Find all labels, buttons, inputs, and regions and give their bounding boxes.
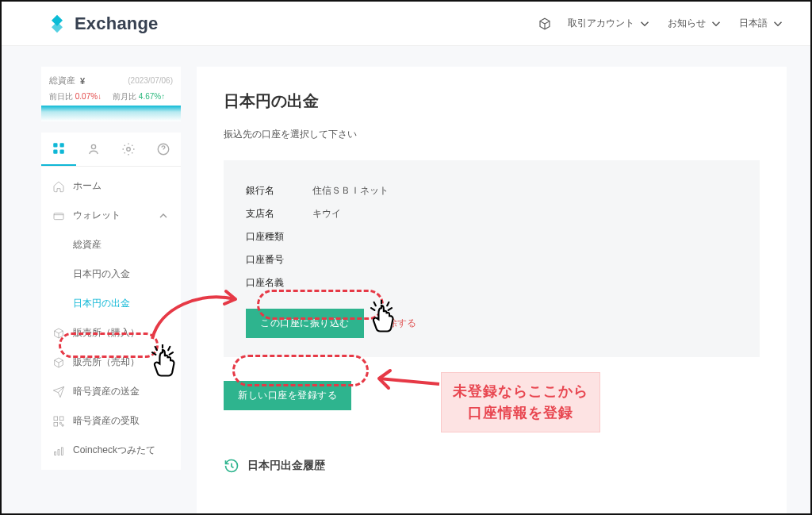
chevron-down-icon bbox=[709, 17, 723, 31]
prev-month-label: 前月比 bbox=[113, 92, 136, 101]
chevron-down-icon bbox=[638, 17, 652, 31]
bank-holder-value bbox=[312, 276, 350, 290]
withdrawal-history-link[interactable]: 日本円出金履歴 bbox=[224, 458, 760, 474]
svg-rect-13 bbox=[55, 452, 56, 455]
app-layout: 総資産 ¥ (2023/07/06) 前日比 0.07%↓ 前月比 4.67%↑ bbox=[2, 46, 810, 513]
tab-help-icon[interactable] bbox=[146, 133, 181, 166]
sidebar-icon-tabs bbox=[41, 133, 181, 167]
bank-branch-label: 支店名 bbox=[246, 207, 293, 221]
sidebar-item-label: Coincheckつみたて bbox=[73, 444, 155, 457]
transfer-to-account-button[interactable]: この口座に振り込む bbox=[246, 309, 364, 338]
sidebar-item-exchange-sell[interactable]: 販売所（売却） bbox=[41, 348, 181, 377]
prev-month-value: 4.67%↑ bbox=[139, 92, 165, 101]
svg-rect-9 bbox=[54, 213, 63, 219]
sidebar: 総資産 ¥ (2023/07/06) 前日比 0.07%↓ 前月比 4.67%↑ bbox=[41, 67, 181, 513]
svg-point-7 bbox=[127, 148, 131, 152]
bank-account-box: 銀行名住信ＳＢＩネット 支店名キウイ 口座種類 口座番号 口座名義 この口座に振… bbox=[224, 160, 760, 357]
header-right: 取引アカウント お知らせ 日本語 bbox=[538, 17, 785, 31]
bank-number-label: 口座番号 bbox=[246, 253, 293, 267]
header-cube-icon[interactable] bbox=[538, 17, 552, 31]
portfolio-card: 総資産 ¥ (2023/07/06) 前日比 0.07%↓ 前月比 4.67%↑ bbox=[41, 67, 181, 121]
chevron-down-icon bbox=[771, 17, 785, 31]
portfolio-sparkline bbox=[41, 106, 181, 121]
sidebar-subitem-total-assets[interactable]: 総資産 bbox=[41, 230, 181, 259]
bank-number-value bbox=[312, 253, 341, 267]
sidebar-subitem-deposit-jpy[interactable]: 日本円の入金 bbox=[41, 259, 181, 289]
sidebar-nav-card: ホーム ウォレット 総資産 日本円の入金 日本円の出金 販売所（購入） bbox=[41, 133, 181, 470]
wallet-icon bbox=[52, 209, 65, 222]
withdrawal-history-label: 日本円出金履歴 bbox=[247, 459, 325, 473]
header-language-label: 日本語 bbox=[739, 17, 768, 30]
header-language-menu[interactable]: 日本語 bbox=[739, 17, 785, 31]
qr-icon bbox=[52, 415, 65, 428]
sidebar-item-label: ウォレット bbox=[73, 209, 121, 222]
annotation-line1: 未登録ならここから bbox=[453, 381, 588, 402]
sidebar-item-wallet[interactable]: ウォレット bbox=[41, 201, 181, 230]
chevron-up-icon bbox=[157, 209, 170, 222]
sidebar-item-label: 販売所（売却） bbox=[73, 356, 140, 369]
bank-branch-value: キウイ bbox=[312, 207, 341, 221]
portfolio-currency: ¥ bbox=[80, 76, 85, 86]
svg-marker-1 bbox=[52, 21, 63, 33]
delete-account-link[interactable]: 削除する bbox=[378, 317, 416, 330]
bank-name-value: 住信ＳＢＩネット bbox=[312, 184, 389, 198]
sidebar-item-label: ホーム bbox=[73, 179, 102, 193]
annotation-text-box: 未登録ならここから 口座情報を登録 bbox=[441, 372, 600, 432]
svg-rect-5 bbox=[60, 150, 64, 154]
svg-point-6 bbox=[91, 144, 95, 148]
header-notice-label: お知らせ bbox=[668, 17, 706, 30]
header-account-label: 取引アカウント bbox=[568, 17, 634, 30]
prev-day-value: 0.07%↓ bbox=[75, 92, 102, 101]
annotation-line2: 口座情報を登録 bbox=[453, 402, 588, 424]
brand-text: Exchange bbox=[75, 13, 159, 34]
svg-rect-4 bbox=[53, 150, 57, 154]
main-content: 日本円の出金 振込先の口座を選択して下さい 銀行名住信ＳＢＩネット 支店名キウイ… bbox=[197, 67, 787, 513]
paper-plane-icon bbox=[52, 386, 65, 398]
svg-rect-3 bbox=[60, 143, 64, 147]
svg-rect-10 bbox=[54, 417, 58, 421]
brand: Exchange bbox=[46, 13, 159, 35]
sidebar-item-label: 販売所（購入） bbox=[73, 326, 140, 340]
tab-dashboard-icon[interactable] bbox=[41, 133, 76, 166]
sidebar-item-home[interactable]: ホーム bbox=[41, 171, 181, 201]
prev-day-label: 前日比 bbox=[49, 92, 73, 101]
header-notice-menu[interactable]: お知らせ bbox=[668, 17, 723, 31]
svg-rect-2 bbox=[53, 143, 57, 147]
portfolio-date: (2023/07/06) bbox=[128, 76, 173, 85]
sidebar-nav: ホーム ウォレット 総資産 日本円の入金 日本円の出金 販売所（購入） bbox=[41, 167, 181, 470]
bank-type-value bbox=[312, 230, 331, 244]
svg-rect-14 bbox=[58, 449, 59, 455]
brand-logo-icon bbox=[46, 13, 68, 35]
history-icon bbox=[224, 458, 239, 474]
portfolio-label: 総資産 bbox=[49, 75, 75, 86]
sidebar-item-label: 暗号資産の送金 bbox=[73, 385, 140, 398]
tab-gear-icon[interactable] bbox=[111, 133, 146, 166]
svg-rect-12 bbox=[54, 422, 58, 426]
bank-holder-label: 口座名義 bbox=[246, 276, 293, 290]
sidebar-item-crypto-send[interactable]: 暗号資産の送金 bbox=[41, 377, 181, 406]
register-new-account-button[interactable]: 新しい口座を登録する bbox=[224, 381, 351, 410]
sidebar-item-exchange-buy[interactable]: 販売所（購入） bbox=[41, 318, 181, 348]
cube-icon bbox=[52, 327, 65, 340]
sidebar-item-label: 暗号資産の受取 bbox=[73, 414, 140, 428]
header-account-menu[interactable]: 取引アカウント bbox=[568, 17, 652, 31]
tab-user-icon[interactable] bbox=[76, 133, 111, 166]
cube-icon bbox=[52, 356, 65, 369]
bank-type-label: 口座種類 bbox=[246, 230, 293, 244]
sidebar-subitem-withdraw-jpy[interactable]: 日本円の出金 bbox=[41, 289, 181, 318]
sidebar-item-coincheck-staking[interactable]: Coincheckつみたて bbox=[41, 436, 181, 465]
page-title: 日本円の出金 bbox=[224, 90, 760, 112]
stacking-icon bbox=[52, 444, 65, 457]
svg-rect-15 bbox=[61, 448, 63, 455]
page-subtitle: 振込先の口座を選択して下さい bbox=[224, 128, 760, 141]
bank-name-label: 銀行名 bbox=[246, 184, 293, 198]
app-header: Exchange 取引アカウント お知らせ 日本語 bbox=[2, 2, 810, 46]
svg-rect-11 bbox=[59, 417, 63, 421]
sidebar-item-crypto-receive[interactable]: 暗号資産の受取 bbox=[41, 406, 181, 436]
